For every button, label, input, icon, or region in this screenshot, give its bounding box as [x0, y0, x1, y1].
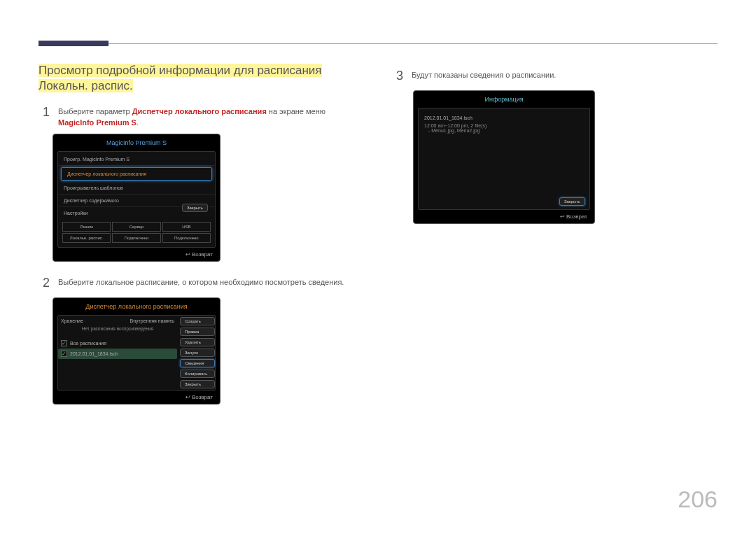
- section-title: Просмотр подробной информации для распис…: [38, 64, 322, 92]
- panel2-btn-5[interactable]: Копировать: [180, 370, 215, 378]
- panel3-close[interactable]: Закрыть: [559, 197, 585, 206]
- panel1-close[interactable]: Закрыть: [182, 204, 208, 212]
- top-rule: [38, 41, 718, 46]
- panel2-btn-3[interactable]: Запуск: [180, 349, 215, 357]
- checkbox-icon[interactable]: [61, 340, 67, 346]
- step-2-num: 2: [38, 274, 50, 292]
- step-1-pre: Выберите параметр: [58, 107, 132, 115]
- panel1-title: MagicInfo Premium S: [53, 134, 220, 151]
- panel2-storage: Хранение Внутренняя память: [58, 317, 177, 325]
- panel1-footer[interactable]: Возврат: [53, 248, 220, 261]
- step-3-text: Будут показаны сведения о расписании.: [412, 67, 556, 85]
- panel3-line2: - Menu1.jpg, Menu2.jpg: [424, 128, 584, 133]
- panel1-item-2[interactable]: Проигрыватель шаблонов: [58, 182, 215, 195]
- panel2-buttons: Создать Правка Удалить Запуск Сведения К…: [180, 317, 215, 388]
- panel2-btn-2[interactable]: Удалить: [180, 338, 215, 346]
- checkbox-icon[interactable]: [61, 351, 67, 357]
- panel2-row-file[interactable]: 2012.01.01_1834.lsch: [58, 349, 177, 359]
- step-2: 2 Выберите локальное расписание, о котор…: [38, 274, 364, 292]
- step-1: 1 Выберите параметр Диспетчер локального…: [38, 104, 364, 128]
- panel2-storage-l: Хранение: [61, 318, 83, 323]
- step-1-text: Выберите параметр Диспетчер локального р…: [58, 104, 326, 128]
- g1-1: Сервер: [112, 222, 160, 232]
- right-column: 3 Будут показаны сведения о расписании. …: [392, 63, 718, 405]
- panel-magicinfo: MagicInfo Premium S Проигр. MagicInfo Pr…: [52, 134, 220, 262]
- section-title-wrap: Просмотр подробной информации для распис…: [38, 63, 364, 94]
- panel1-close-row: Закрыть: [178, 201, 212, 215]
- panel2-rowB: 2012.01.01_1834.lsch: [70, 351, 118, 356]
- panel2-footer[interactable]: Возврат: [53, 391, 220, 404]
- panel-info: Информация 2012.01.01_1834.lsch 12:00 am…: [413, 90, 595, 224]
- step-3-num: 3: [392, 67, 403, 85]
- step-1-mid: на экране меню: [267, 107, 326, 115]
- step-2-text: Выберите локальное расписание, о котором…: [58, 274, 344, 292]
- panel1-grid: Режим Сервер USB Локальн. распис. Подклю…: [58, 219, 215, 246]
- panel3-fname: 2012.01.01_1834.lsch: [424, 115, 584, 120]
- panel2-btn-0[interactable]: Создать: [180, 317, 215, 325]
- panel1-body: Проигр. MagicInfo Premium S Диспетчер ло…: [57, 151, 216, 248]
- panel2-body: Хранение Внутренняя память Нет расписани…: [57, 315, 216, 391]
- step-1-red1: Диспетчер локального расписания: [132, 107, 267, 115]
- panel2-rowA: Все расписания: [70, 341, 106, 346]
- panel2-left: Хранение Внутренняя память Нет расписани…: [58, 317, 177, 388]
- g2-1: Подключено: [112, 233, 160, 243]
- panel3-footer[interactable]: Возврат: [414, 210, 594, 223]
- left-column: Просмотр подробной информации для распис…: [38, 63, 364, 405]
- panel2-storage-r: Внутренняя память: [130, 318, 174, 323]
- panel3-title: Информация: [414, 91, 594, 108]
- g2-2: Подключено: [162, 233, 211, 243]
- content: Просмотр подробной информации для распис…: [38, 63, 718, 405]
- panel1-item-0[interactable]: Проигр. MagicInfo Premium S: [58, 153, 215, 166]
- g1-2: USB: [162, 222, 211, 232]
- panel-schedule-mgr: Диспетчер локального расписания Хранение…: [52, 297, 220, 405]
- panel3-line1: 12:00 am~12:00 pm, 2 file(s): [424, 123, 584, 128]
- panel3-body: 2012.01.01_1834.lsch 12:00 am~12:00 pm, …: [418, 108, 590, 210]
- g2-0: Локальн. распис.: [62, 233, 111, 243]
- panel2-btn-1[interactable]: Правка: [180, 328, 215, 336]
- panel2-btn-4[interactable]: Сведения: [180, 359, 215, 367]
- panel2-row-all[interactable]: Все расписания: [58, 338, 177, 349]
- step-1-post: .: [136, 118, 139, 127]
- page-number: 206: [678, 486, 718, 513]
- step-1-num: 1: [38, 104, 50, 128]
- panel2-btn-6[interactable]: Закрыть: [180, 380, 215, 388]
- step-3: 3 Будут показаны сведения о расписании.: [392, 67, 718, 85]
- g1-0: Режим: [62, 222, 111, 232]
- panel1-item-1[interactable]: Диспетчер локального расписания: [61, 167, 212, 181]
- panel2-title: Диспетчер локального расписания: [53, 298, 220, 315]
- panel2-empty: Нет расписания воспроизведения: [58, 325, 177, 338]
- step-1-red2: MagicInfo Premium S: [58, 118, 136, 127]
